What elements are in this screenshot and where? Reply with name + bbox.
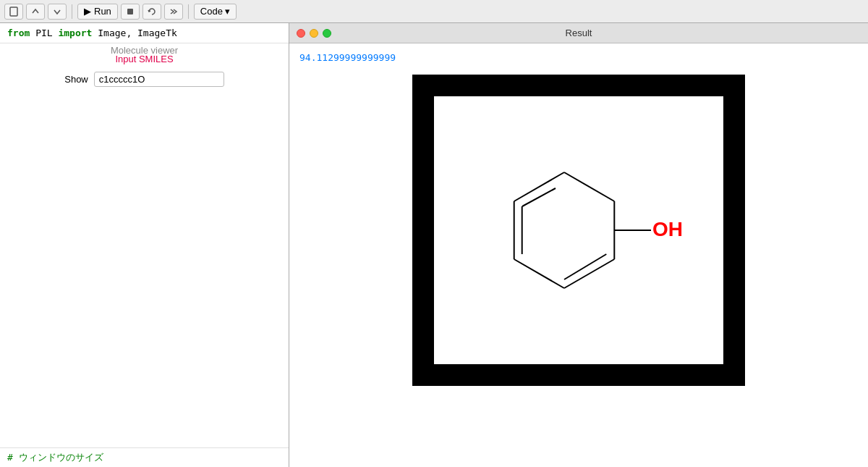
maximize-button[interactable] xyxy=(323,29,331,38)
comment-line: # ウィンドウのサイズ xyxy=(0,447,289,467)
svg-rect-0 xyxy=(10,7,17,16)
toolbar-restart-button[interactable] xyxy=(142,4,161,20)
toolbar-separator-1 xyxy=(72,4,72,19)
code-line: from PIL import Image, ImageTk xyxy=(0,23,289,43)
toolbar-stop-button[interactable] xyxy=(121,4,140,20)
imported-classes: Image, ImageTk xyxy=(98,28,177,38)
svg-line-5 xyxy=(514,259,564,288)
smiles-row: Show xyxy=(64,72,224,87)
main-area: from PIL import Image, ImageTk Molecule … xyxy=(0,23,868,467)
svg-rect-1 xyxy=(127,9,133,14)
svg-line-4 xyxy=(564,259,614,288)
svg-line-2 xyxy=(564,172,614,201)
code-dropdown[interactable]: Code ▾ xyxy=(194,4,237,20)
smiles-input[interactable] xyxy=(94,72,224,87)
keyword-from: from xyxy=(7,28,30,38)
molecule-viewer-label: Molecule viewer xyxy=(0,43,289,56)
toolbar: ▶ Run Code ▾ xyxy=(0,0,868,23)
toolbar-file-button[interactable] xyxy=(4,4,23,20)
result-content: 94.11299999999999 xyxy=(289,43,868,467)
svg-text:OH: OH xyxy=(652,218,683,240)
run-button[interactable]: ▶ Run xyxy=(77,4,118,20)
result-title: Result xyxy=(566,28,592,38)
smiles-show-label: Show xyxy=(64,74,88,85)
left-panel: from PIL import Image, ImageTk Molecule … xyxy=(0,23,289,467)
molecule-svg: OH xyxy=(448,111,709,350)
run-icon: ▶ xyxy=(84,6,91,17)
right-panel: Result 94.11299999999999 xyxy=(289,23,868,467)
toolbar-separator-2 xyxy=(188,4,189,19)
minimize-button[interactable] xyxy=(310,29,318,38)
close-button[interactable] xyxy=(297,29,305,38)
run-label: Run xyxy=(94,6,111,17)
code-label: Code xyxy=(200,6,223,17)
module-name: PIL xyxy=(35,28,52,38)
svg-line-8 xyxy=(522,188,556,206)
molecule-viewer: Molecule viewer Input SMILES Show xyxy=(0,43,289,447)
keyword-import: import xyxy=(58,28,92,38)
traffic-lights xyxy=(297,29,331,38)
result-value: 94.11299999999999 xyxy=(299,52,396,63)
toolbar-up-button[interactable] xyxy=(26,4,45,20)
toolbar-down-button[interactable] xyxy=(48,4,67,20)
molecule-display-container: OH xyxy=(412,75,745,386)
dropdown-arrow: ▾ xyxy=(225,6,230,17)
result-titlebar: Result xyxy=(289,23,868,43)
toolbar-forward-button[interactable] xyxy=(164,4,183,20)
molecule-display-inner: OH xyxy=(434,96,723,364)
